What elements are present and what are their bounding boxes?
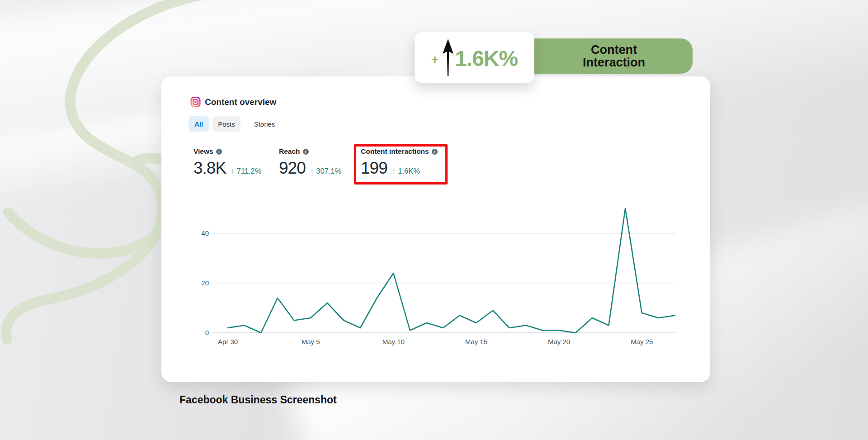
y-tick-label: 20: [201, 279, 209, 287]
x-tick-label: May 25: [631, 338, 653, 345]
growth-percent: 1.6K%: [455, 46, 518, 71]
banner-text-line1: Content: [591, 43, 637, 56]
y-tick-label: 0: [205, 329, 209, 336]
x-tick-label: May 15: [465, 338, 487, 345]
plus-sign: +: [431, 52, 439, 67]
promo-stage: Content Interaction + 1.6K% Cont: [0, 0, 868, 440]
x-tick-label: May 20: [548, 338, 570, 345]
content-interactions-line-chart: 02040Apr 30May 5May 10May 15May 20May 25: [161, 76, 710, 382]
content-overview-card: Content overview All Posts Stories Views…: [161, 76, 710, 382]
banner-text-line2: Interaction: [583, 56, 645, 69]
y-tick-label: 40: [201, 229, 209, 237]
image-caption: Facebook Business Screenshot: [179, 394, 337, 406]
x-tick-label: May 10: [382, 338, 405, 345]
growth-badge: + 1.6K%: [415, 32, 534, 83]
x-tick-label: May 5: [302, 338, 320, 345]
trend-line: [228, 208, 675, 333]
x-tick-label: Apr 30: [218, 338, 238, 345]
up-arrow-icon: [442, 39, 454, 76]
